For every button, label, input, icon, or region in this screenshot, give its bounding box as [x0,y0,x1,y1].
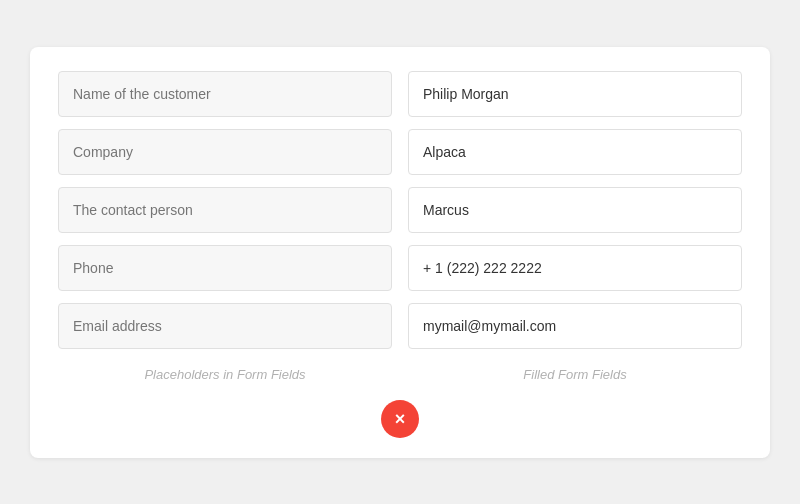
card: Placeholders in Form Fields Filled Form … [30,47,770,458]
filled-phone[interactable] [408,245,742,291]
filled-contact-person[interactable] [408,187,742,233]
close-button-row: × [58,400,742,438]
form-grid [58,71,742,349]
placeholder-customer-name[interactable] [58,71,392,117]
label-filled: Filled Form Fields [408,367,742,382]
placeholder-company[interactable] [58,129,392,175]
placeholder-email[interactable] [58,303,392,349]
filled-email[interactable] [408,303,742,349]
labels-row: Placeholders in Form Fields Filled Form … [58,367,742,382]
close-button[interactable]: × [381,400,419,438]
placeholder-contact-person[interactable] [58,187,392,233]
placeholder-phone[interactable] [58,245,392,291]
label-placeholders: Placeholders in Form Fields [58,367,392,382]
filled-customer-name[interactable] [408,71,742,117]
filled-company[interactable] [408,129,742,175]
